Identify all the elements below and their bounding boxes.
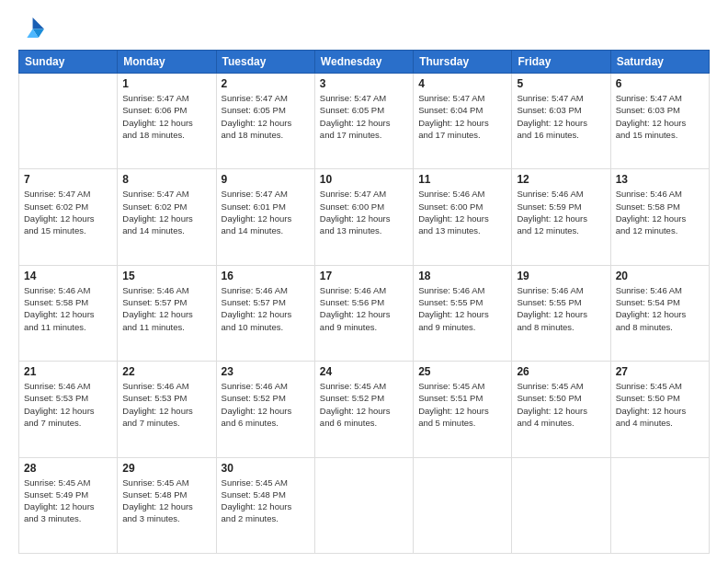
day-info: Sunrise: 5:45 AM Sunset: 5:50 PM Dayligh… [616,380,704,429]
calendar-cell: 4Sunrise: 5:47 AM Sunset: 6:04 PM Daylig… [414,74,512,169]
calendar-cell: 30Sunrise: 5:45 AM Sunset: 5:48 PM Dayli… [216,457,314,553]
day-number: 6 [616,77,704,90]
day-info: Sunrise: 5:47 AM Sunset: 6:06 PM Dayligh… [122,92,210,141]
day-info: Sunrise: 5:46 AM Sunset: 5:59 PM Dayligh… [517,188,605,236]
calendar-cell [512,457,610,553]
weekday-header-wednesday: Wednesday [314,51,413,74]
day-info: Sunrise: 5:46 AM Sunset: 5:56 PM Dayligh… [320,284,408,333]
day-number: 13 [616,173,704,186]
day-number: 24 [320,365,408,378]
weekday-header-monday: Monday [118,51,216,74]
calendar-table: SundayMondayTuesdayWednesdayThursdayFrid… [18,50,710,554]
day-number: 27 [616,365,704,378]
weekday-header-friday: Friday [512,51,610,74]
day-number: 1 [122,77,210,90]
calendar-cell: 7Sunrise: 5:47 AM Sunset: 6:02 PM Daylig… [19,169,118,265]
week-row-2: 7Sunrise: 5:47 AM Sunset: 6:02 PM Daylig… [19,169,710,265]
logo-icon [18,15,44,40]
weekday-header-saturday: Saturday [610,51,709,74]
weekday-header-row: SundayMondayTuesdayWednesdayThursdayFrid… [19,51,710,74]
calendar-cell [314,457,413,553]
calendar-cell: 23Sunrise: 5:46 AM Sunset: 5:52 PM Dayli… [216,362,314,457]
calendar-cell: 26Sunrise: 5:45 AM Sunset: 5:50 PM Dayli… [512,362,610,457]
day-number: 4 [418,77,506,90]
calendar-cell: 3Sunrise: 5:47 AM Sunset: 6:05 PM Daylig… [314,74,413,169]
calendar-cell: 20Sunrise: 5:46 AM Sunset: 5:54 PM Dayli… [610,265,709,361]
day-info: Sunrise: 5:46 AM Sunset: 6:00 PM Dayligh… [418,188,506,236]
day-number: 26 [517,365,605,378]
calendar-cell: 9Sunrise: 5:47 AM Sunset: 6:01 PM Daylig… [216,169,314,265]
calendar-cell: 28Sunrise: 5:45 AM Sunset: 5:49 PM Dayli… [19,457,118,553]
day-number: 5 [517,77,605,90]
day-info: Sunrise: 5:45 AM Sunset: 5:50 PM Dayligh… [517,380,605,429]
day-number: 10 [320,173,408,186]
day-number: 23 [222,365,310,378]
day-number: 2 [222,77,310,90]
calendar-cell: 10Sunrise: 5:47 AM Sunset: 6:00 PM Dayli… [314,169,413,265]
day-info: Sunrise: 5:46 AM Sunset: 5:57 PM Dayligh… [222,284,310,333]
day-info: Sunrise: 5:45 AM Sunset: 5:48 PM Dayligh… [222,477,310,525]
day-info: Sunrise: 5:47 AM Sunset: 6:02 PM Dayligh… [24,188,112,236]
day-info: Sunrise: 5:46 AM Sunset: 5:54 PM Dayligh… [616,284,704,333]
weekday-header-thursday: Thursday [414,51,512,74]
day-info: Sunrise: 5:46 AM Sunset: 5:52 PM Dayligh… [222,380,310,429]
calendar-cell: 1Sunrise: 5:47 AM Sunset: 6:06 PM Daylig… [118,74,216,169]
page: SundayMondayTuesdayWednesdayThursdayFrid… [0,0,728,563]
day-info: Sunrise: 5:46 AM Sunset: 5:53 PM Dayligh… [122,380,210,429]
day-number: 11 [418,173,506,186]
day-info: Sunrise: 5:45 AM Sunset: 5:49 PM Dayligh… [24,477,112,525]
day-info: Sunrise: 5:45 AM Sunset: 5:52 PM Dayligh… [320,380,408,429]
day-number: 18 [418,270,506,282]
day-number: 21 [24,365,112,378]
day-number: 8 [122,173,210,186]
day-info: Sunrise: 5:47 AM Sunset: 6:05 PM Dayligh… [222,92,310,141]
day-info: Sunrise: 5:47 AM Sunset: 6:02 PM Dayligh… [122,188,210,236]
day-number: 12 [517,173,605,186]
calendar-cell: 15Sunrise: 5:46 AM Sunset: 5:57 PM Dayli… [118,265,216,361]
day-number: 16 [222,270,310,282]
calendar-cell: 17Sunrise: 5:46 AM Sunset: 5:56 PM Dayli… [314,265,413,361]
calendar-cell: 16Sunrise: 5:46 AM Sunset: 5:57 PM Dayli… [216,265,314,361]
calendar-cell: 25Sunrise: 5:45 AM Sunset: 5:51 PM Dayli… [414,362,512,457]
day-info: Sunrise: 5:46 AM Sunset: 5:55 PM Dayligh… [418,284,506,333]
day-info: Sunrise: 5:47 AM Sunset: 6:04 PM Dayligh… [418,92,506,141]
day-number: 30 [222,462,310,475]
day-number: 22 [122,365,210,378]
day-info: Sunrise: 5:47 AM Sunset: 6:05 PM Dayligh… [320,92,408,141]
calendar-cell: 6Sunrise: 5:47 AM Sunset: 6:03 PM Daylig… [610,74,709,169]
calendar-cell: 14Sunrise: 5:46 AM Sunset: 5:58 PM Dayli… [19,265,118,361]
calendar-cell: 19Sunrise: 5:46 AM Sunset: 5:55 PM Dayli… [512,265,610,361]
calendar-cell: 24Sunrise: 5:45 AM Sunset: 5:52 PM Dayli… [314,362,413,457]
calendar-cell: 22Sunrise: 5:46 AM Sunset: 5:53 PM Dayli… [118,362,216,457]
week-row-4: 21Sunrise: 5:46 AM Sunset: 5:53 PM Dayli… [19,362,710,457]
calendar-cell [610,457,709,553]
calendar-cell [19,74,118,169]
day-info: Sunrise: 5:45 AM Sunset: 5:51 PM Dayligh… [418,380,506,429]
svg-marker-0 [33,17,44,29]
day-info: Sunrise: 5:47 AM Sunset: 6:03 PM Dayligh… [517,92,605,141]
day-info: Sunrise: 5:46 AM Sunset: 5:58 PM Dayligh… [24,284,112,333]
calendar-cell: 11Sunrise: 5:46 AM Sunset: 6:00 PM Dayli… [414,169,512,265]
day-number: 25 [418,365,506,378]
day-number: 17 [320,270,408,282]
calendar-cell: 2Sunrise: 5:47 AM Sunset: 6:05 PM Daylig… [216,74,314,169]
week-row-5: 28Sunrise: 5:45 AM Sunset: 5:49 PM Dayli… [19,457,710,553]
calendar-cell: 27Sunrise: 5:45 AM Sunset: 5:50 PM Dayli… [610,362,709,457]
weekday-header-sunday: Sunday [19,51,118,74]
day-number: 28 [24,462,112,475]
week-row-1: 1Sunrise: 5:47 AM Sunset: 6:06 PM Daylig… [19,74,710,169]
day-info: Sunrise: 5:46 AM Sunset: 5:53 PM Dayligh… [24,380,112,429]
day-info: Sunrise: 5:47 AM Sunset: 6:00 PM Dayligh… [320,188,408,236]
day-number: 29 [122,462,210,475]
calendar-cell: 29Sunrise: 5:45 AM Sunset: 5:48 PM Dayli… [118,457,216,553]
day-number: 3 [320,77,408,90]
day-info: Sunrise: 5:47 AM Sunset: 6:03 PM Dayligh… [616,92,704,141]
day-number: 19 [517,270,605,282]
day-number: 7 [24,173,112,186]
day-info: Sunrise: 5:47 AM Sunset: 6:01 PM Dayligh… [222,188,310,236]
day-number: 14 [24,270,112,282]
calendar-cell: 12Sunrise: 5:46 AM Sunset: 5:59 PM Dayli… [512,169,610,265]
weekday-header-tuesday: Tuesday [216,51,314,74]
week-row-3: 14Sunrise: 5:46 AM Sunset: 5:58 PM Dayli… [19,265,710,361]
calendar-cell: 18Sunrise: 5:46 AM Sunset: 5:55 PM Dayli… [414,265,512,361]
